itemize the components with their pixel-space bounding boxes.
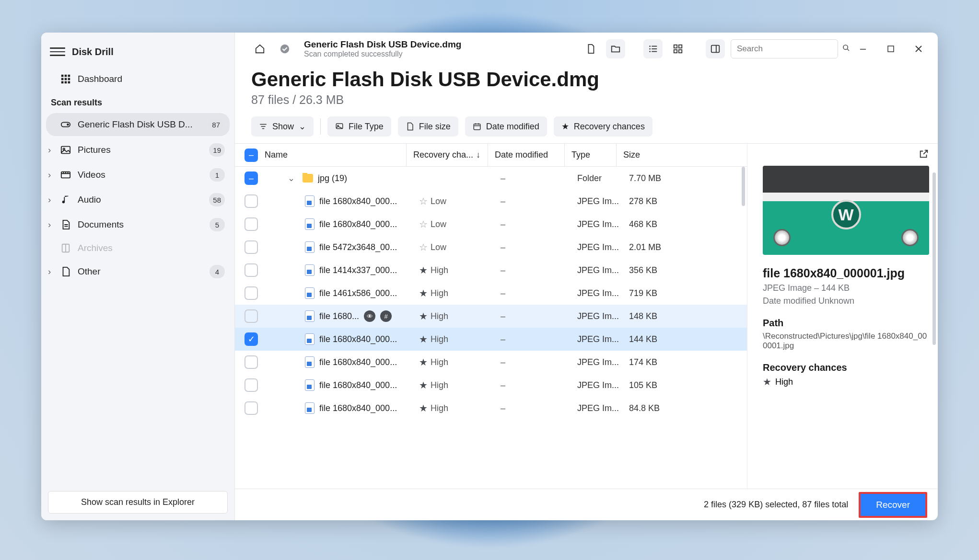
sidebar-item-device[interactable]: Generic Flash Disk USB D... 87	[46, 113, 230, 136]
drive-icon	[60, 119, 71, 130]
file-name: file 1461x586_000...	[319, 288, 397, 298]
select-all-checkbox[interactable]: –	[245, 149, 258, 162]
column-header-date[interactable]: Date modified	[488, 144, 565, 166]
column-header-name[interactable]: Name	[258, 144, 407, 166]
row-checkbox[interactable]	[245, 309, 258, 323]
hash-badge-icon[interactable]: #	[380, 310, 392, 322]
size-value: 278 KB	[622, 196, 680, 206]
maximize-button[interactable]	[880, 38, 901, 59]
list-view-button[interactable]	[643, 39, 663, 58]
column-header-type[interactable]: Type	[565, 144, 617, 166]
scrollbar[interactable]	[932, 172, 936, 345]
date-modified-filter-chip[interactable]: Date modified	[465, 116, 547, 137]
recover-button[interactable]: Recover	[859, 492, 927, 518]
size-value: 356 KB	[622, 265, 680, 275]
row-checkbox[interactable]	[245, 263, 258, 277]
table-row[interactable]: file 1680x840_000...☆Low–JPEG Im...468 K…	[235, 213, 747, 236]
row-checkbox[interactable]	[245, 355, 258, 369]
jpeg-file-icon	[305, 379, 315, 391]
folder-view-button[interactable]	[606, 39, 625, 58]
type-value: JPEG Im...	[571, 334, 622, 344]
star-icon: ★	[419, 356, 428, 368]
eye-badge-icon[interactable]: 👁	[364, 310, 375, 322]
close-button[interactable]	[908, 38, 929, 59]
scrollbar[interactable]	[742, 167, 745, 206]
recovery-chances-filter-chip[interactable]: ★ Recovery chances	[554, 116, 653, 137]
file-size-filter-chip[interactable]: File size	[398, 116, 458, 137]
recovery-value: Low	[431, 219, 446, 229]
sidebar-count-badge: 19	[209, 143, 225, 157]
chevron-right-icon: ›	[48, 145, 56, 155]
search-field[interactable]	[737, 44, 839, 54]
table-row[interactable]: file 1461x586_000...★High–JPEG Im...719 …	[235, 282, 747, 305]
column-label: Size	[623, 150, 640, 160]
breadcrumb-status: Scan completed successfully	[304, 50, 461, 58]
svg-rect-8	[68, 81, 70, 84]
row-checkbox[interactable]	[245, 240, 258, 254]
sidebar-item-label: Archives	[78, 243, 225, 253]
menu-hamburger-icon[interactable]	[50, 44, 65, 59]
row-checkbox[interactable]	[245, 194, 258, 208]
sidebar-item-label: Pictures	[78, 145, 202, 155]
row-checkbox[interactable]	[245, 378, 258, 392]
recovery-value: High	[431, 380, 448, 390]
file-view-button[interactable]	[581, 39, 600, 58]
chevron-right-icon: ›	[48, 170, 56, 180]
sidebar-item-dashboard[interactable]: Dashboard	[41, 68, 234, 90]
row-checkbox[interactable]	[245, 286, 258, 300]
minimize-button[interactable]	[852, 38, 874, 59]
chevron-right-icon: ›	[48, 194, 56, 205]
table-row[interactable]: file 1414x337_000...★High–JPEG Im...356 …	[235, 259, 747, 282]
svg-rect-4	[65, 78, 67, 80]
sidebar-item-documents[interactable]: › Documents 5	[41, 212, 234, 237]
column-header-recovery[interactable]: Recovery cha... ↓	[407, 144, 488, 166]
sidebar-item-other[interactable]: › Other 4	[41, 259, 234, 284]
svg-rect-22	[674, 45, 677, 48]
table-row[interactable]: –⌄jpg (19)–Folder7.70 MB	[235, 167, 747, 190]
sidebar-item-label: Dashboard	[78, 74, 225, 84]
table-row[interactable]: file 1680x840_000...★High–JPEG Im...174 …	[235, 351, 747, 374]
star-icon: ★	[419, 333, 428, 345]
file-name: file 1680...	[319, 311, 359, 321]
sidebar-item-videos[interactable]: › Videos 1	[41, 162, 234, 187]
table-body[interactable]: –⌄jpg (19)–Folder7.70 MBfile 1680x840_00…	[235, 167, 747, 489]
table-header-row: – Name Recovery cha... ↓ Date modified T…	[235, 144, 747, 167]
sidebar-item-label: Audio	[78, 194, 202, 205]
grid-view-button[interactable]	[668, 39, 688, 58]
star-icon: ★	[419, 402, 428, 414]
svg-rect-11	[61, 147, 70, 154]
sidebar-item-audio[interactable]: › Audio 58	[41, 187, 234, 212]
column-header-size[interactable]: Size	[617, 144, 674, 166]
jpeg-file-icon	[305, 287, 315, 299]
file-type-filter-chip[interactable]: File Type	[327, 116, 391, 137]
row-checkbox[interactable]	[245, 401, 258, 415]
table-row[interactable]: file 5472x3648_00...☆Low–JPEG Im...2.01 …	[235, 236, 747, 259]
sidebar-count-badge: 1	[210, 168, 225, 182]
size-value: 174 KB	[622, 357, 680, 367]
details-filename: file 1680x840_000001.jpg	[763, 266, 929, 280]
filter-chips: Show ⌄ File Type File size Date modified…	[235, 107, 938, 143]
table-row[interactable]: file 1680x840_000...★High–JPEG Im...105 …	[235, 374, 747, 397]
home-button[interactable]	[250, 39, 269, 58]
row-checkbox[interactable]: –	[245, 171, 258, 185]
table-row[interactable]: file 1680...👁#★High–JPEG Im...148 KB	[235, 305, 747, 328]
file-preview: W	[763, 166, 929, 255]
panel-toggle-button[interactable]	[706, 39, 725, 58]
table-row[interactable]: file 1680x840_000...★High–JPEG Im...84.8…	[235, 397, 747, 420]
details-meta: JPEG Image – 144 KB	[763, 283, 929, 293]
chevron-down-icon[interactable]: ⌄	[288, 173, 295, 183]
show-filter-chip[interactable]: Show ⌄	[251, 116, 314, 137]
show-in-explorer-button[interactable]: Show scan results in Explorer	[48, 491, 228, 514]
sidebar-item-pictures[interactable]: › Pictures 19	[41, 137, 234, 162]
row-checkbox[interactable]: ✓	[245, 332, 258, 346]
popout-icon[interactable]	[919, 149, 929, 162]
jpeg-file-icon	[305, 356, 315, 368]
table-row[interactable]: ✓file 1680x840_000...★High–JPEG Im...144…	[235, 328, 747, 351]
search-input[interactable]	[731, 39, 838, 58]
type-value: JPEG Im...	[571, 311, 622, 321]
row-checkbox[interactable]	[245, 217, 258, 231]
table-row[interactable]: file 1680x840_000...☆Low–JPEG Im...278 K…	[235, 190, 747, 213]
details-panel: W file 1680x840_000001.jpg JPEG Image – …	[747, 144, 938, 489]
svg-rect-19	[652, 46, 657, 47]
file-name: file 1680x840_000...	[319, 380, 397, 390]
